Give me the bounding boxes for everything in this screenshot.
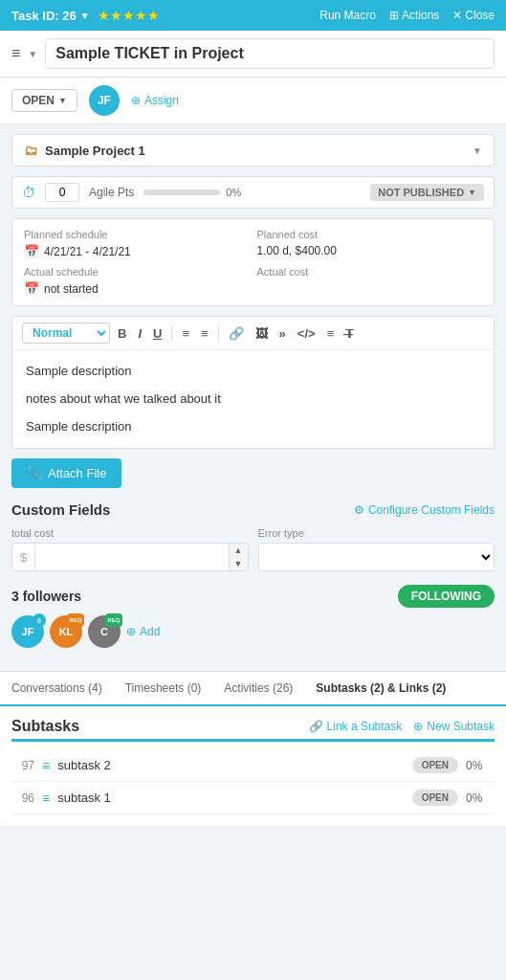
tab-activities[interactable]: Activities (26) bbox=[212, 672, 304, 706]
toolbar-separator bbox=[171, 325, 172, 341]
run-macro-button[interactable]: Run Macro bbox=[319, 9, 376, 22]
follower-badge-c: REQ bbox=[105, 613, 122, 627]
progress-bar-container: 0% bbox=[143, 187, 361, 198]
main-content: 🗂 Sample Project 1 ▼ ⏱ Agile Pts 0% NOT … bbox=[0, 124, 506, 671]
underline-button[interactable]: U bbox=[149, 324, 165, 343]
code-button[interactable]: </> bbox=[294, 324, 319, 343]
editor-body[interactable]: Sample description notes about what we t… bbox=[12, 350, 494, 448]
italic-button[interactable]: I bbox=[134, 324, 145, 343]
attach-file-button[interactable]: 📎 Attach File bbox=[11, 458, 121, 488]
link-button[interactable]: 🔗 bbox=[225, 324, 248, 343]
configure-custom-fields-link[interactable]: ⚙ Configure Custom Fields bbox=[354, 503, 495, 517]
follower-badge-jf: 0 bbox=[33, 613, 46, 627]
tab-conversations[interactable]: Conversations (4) bbox=[0, 672, 114, 706]
add-follower-button[interactable]: ⊕ Add bbox=[126, 625, 160, 638]
grid-icon: ⊞ bbox=[389, 9, 399, 22]
not-published-button[interactable]: NOT PUBLISHED ▼ bbox=[370, 184, 484, 201]
clock-icon: ⏱ bbox=[22, 185, 35, 200]
total-cost-input[interactable] bbox=[35, 545, 228, 569]
tabs-container: Conversations (4) Timesheets (0) Activit… bbox=[0, 671, 506, 706]
plus-circle-icon: ⊕ bbox=[126, 625, 136, 638]
subtasks-header: Subtasks 🔗 Link a Subtask ⊕ New Subtask bbox=[11, 718, 495, 735]
calendar-green-icon: 📅 bbox=[24, 281, 39, 296]
chevron-down-icon: ▼ bbox=[28, 49, 37, 59]
tab-timesheets[interactable]: Timesheets (0) bbox=[114, 672, 213, 706]
follower-avatar-kl[interactable]: KL REQ bbox=[50, 615, 82, 648]
table-row: 97 ≡ subtask 2 OPEN 0% bbox=[11, 749, 495, 782]
plus-circle-icon: ⊕ bbox=[413, 720, 423, 733]
chevron-down-icon: ▼ bbox=[80, 11, 90, 21]
followers-section: 3 followers FOLLOWING bbox=[11, 585, 495, 608]
unordered-list-button[interactable]: ≡ bbox=[197, 324, 212, 343]
custom-fields-header: Custom Fields ⚙ Configure Custom Fields bbox=[11, 501, 495, 518]
subtask-icon: ≡ bbox=[42, 758, 50, 773]
follower-avatar-c[interactable]: C REQ bbox=[88, 615, 121, 648]
subtask-icon: ≡ bbox=[42, 791, 50, 806]
calendar-icon: 📅 bbox=[24, 244, 39, 258]
project-selector[interactable]: 🗂 Sample Project 1 ▼ bbox=[11, 134, 495, 167]
error-type-select-wrap: Type A Type B bbox=[258, 543, 495, 571]
progress-track bbox=[143, 189, 220, 195]
follower-avatar-jf[interactable]: JF 0 bbox=[11, 615, 44, 648]
bold-button[interactable]: B bbox=[114, 324, 130, 343]
title-bar: ≡ ▼ bbox=[0, 31, 506, 78]
assign-button[interactable]: ⊕ Assign bbox=[131, 94, 179, 107]
star-rating[interactable]: ★★★★★ bbox=[98, 8, 160, 23]
ordered-list-button[interactable]: ≡ bbox=[178, 324, 193, 343]
plus-circle-icon: ⊕ bbox=[131, 94, 141, 107]
task-id[interactable]: Task ID: 26 ▼ bbox=[11, 9, 90, 23]
followers-avatars: JF 0 KL REQ C REQ ⊕ Add bbox=[11, 615, 495, 648]
subtasks-section: Subtasks 🔗 Link a Subtask ⊕ New Subtask … bbox=[0, 706, 506, 826]
status-badge: OPEN bbox=[412, 757, 458, 773]
avatar[interactable]: JF bbox=[89, 85, 120, 116]
actions-button[interactable]: ⊞ Actions bbox=[389, 9, 439, 22]
chevron-down-icon: ▼ bbox=[468, 188, 476, 197]
top-bar: Task ID: 26 ▼ ★★★★★ Run Macro ⊞ Actions … bbox=[0, 0, 506, 31]
project-icon: 🗂 bbox=[24, 143, 37, 158]
custom-fields-grid: total cost $ ▲ ▼ Error type Type A Type … bbox=[11, 527, 495, 571]
link-subtask-button[interactable]: 🔗 Link a Subtask bbox=[309, 720, 403, 733]
task-title-input[interactable] bbox=[45, 38, 495, 69]
table-row: 96 ≡ subtask 1 OPEN 0% bbox=[11, 782, 495, 814]
subtasks-actions: 🔗 Link a Subtask ⊕ New Subtask bbox=[309, 720, 495, 733]
stepper-down[interactable]: ▼ bbox=[230, 557, 248, 570]
status-button[interactable]: OPEN ▼ bbox=[11, 89, 77, 112]
align-button[interactable]: ≡ bbox=[323, 324, 339, 343]
agile-points-input[interactable] bbox=[45, 183, 79, 202]
error-type-field: Error type Type A Type B bbox=[258, 527, 495, 571]
subtasks-divider bbox=[11, 739, 495, 742]
text-style-select[interactable]: Normal Heading 1 Heading 2 bbox=[22, 323, 110, 344]
x-icon: ✕ bbox=[452, 9, 462, 22]
total-cost-stepper: ▲ ▼ bbox=[229, 544, 248, 570]
chevron-down-icon: ▼ bbox=[473, 145, 482, 156]
total-cost-input-wrap: $ ▲ ▼ bbox=[11, 543, 249, 571]
chevron-down-icon: ▼ bbox=[58, 96, 67, 105]
quote-button[interactable]: » bbox=[275, 324, 290, 343]
list-icon: ≡ bbox=[11, 45, 20, 62]
agile-row: ⏱ Agile Pts 0% NOT PUBLISHED ▼ bbox=[11, 176, 495, 209]
toolbar-separator-2 bbox=[218, 325, 219, 341]
error-type-select[interactable]: Type A Type B bbox=[259, 544, 495, 570]
clear-format-button[interactable]: T̶ bbox=[341, 324, 358, 343]
status-badge: OPEN bbox=[412, 790, 458, 806]
editor-toolbar: Normal Heading 1 Heading 2 B I U ≡ ≡ 🔗 🖼… bbox=[12, 317, 494, 350]
new-subtask-button[interactable]: ⊕ New Subtask bbox=[413, 720, 495, 733]
link-icon: 🔗 bbox=[309, 720, 323, 733]
image-button[interactable]: 🖼 bbox=[252, 324, 272, 343]
following-button[interactable]: FOLLOWING bbox=[398, 585, 495, 608]
dollar-icon: $ bbox=[12, 545, 35, 570]
gear-icon: ⚙ bbox=[354, 503, 364, 517]
status-row: OPEN ▼ JF ⊕ Assign bbox=[0, 78, 506, 124]
total-cost-field: total cost $ ▲ ▼ bbox=[11, 527, 249, 571]
editor-area: Normal Heading 1 Heading 2 B I U ≡ ≡ 🔗 🖼… bbox=[11, 316, 495, 449]
schedule-section: Planned schedule 📅 4/21/21 - 4/21/21 Pla… bbox=[11, 218, 495, 306]
paperclip-icon: 📎 bbox=[27, 466, 42, 480]
tab-subtasks[interactable]: Subtasks (2) & Links (2) bbox=[304, 672, 457, 706]
close-button[interactable]: ✕ Close bbox=[452, 9, 495, 22]
follower-badge-kl: REQ bbox=[67, 613, 84, 627]
stepper-up[interactable]: ▲ bbox=[230, 544, 248, 557]
